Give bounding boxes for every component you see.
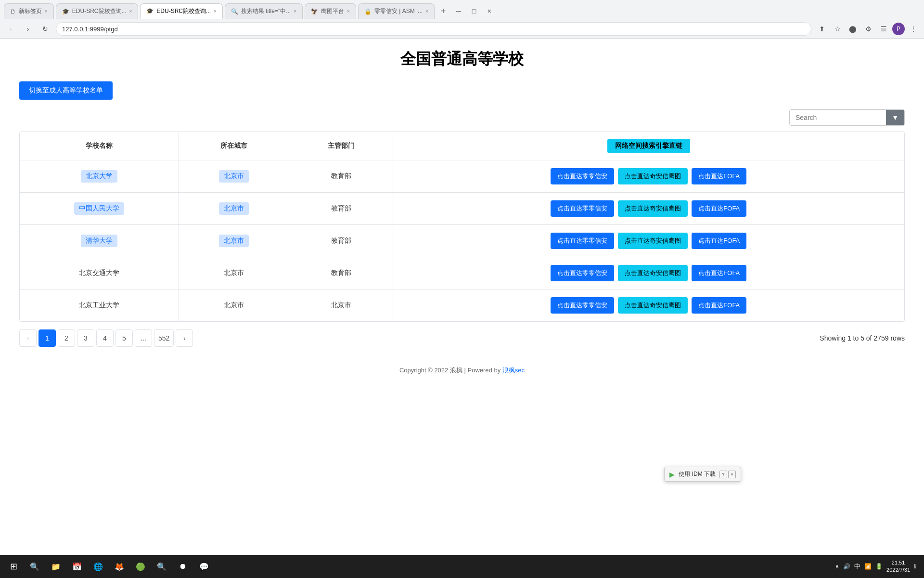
taskbar-search2-icon[interactable]: 🔍 [152, 557, 171, 576]
record-icon[interactable]: ⬤ [846, 22, 860, 36]
tab-label: 搜索结果 title="中... [241, 7, 291, 15]
tab-close-icon[interactable]: × [425, 9, 428, 14]
tray-info-icon[interactable]: ℹ [914, 563, 916, 570]
school-name-highlight: 清华大学 [81, 235, 117, 247]
page-3-button[interactable]: 3 [77, 329, 94, 347]
page-5-button[interactable]: 5 [116, 329, 133, 347]
idm-text: 使用 IDM 下载 [679, 470, 716, 478]
th-links: 网络空间搜索引擎直链 [393, 132, 904, 160]
btn-zero-zero[interactable]: 点击直达零零信安 [551, 200, 614, 217]
maximize-button[interactable]: □ [467, 4, 481, 18]
school-name-highlight: 中国人民大学 [74, 202, 124, 215]
btn-fofa[interactable]: 点击直达FOFA [692, 168, 746, 184]
btn-zero-zero[interactable]: 点击直达零零信安 [551, 168, 614, 184]
city-highlight: 北京市 [219, 235, 249, 247]
footer-text: Copyright © 2022 浪枫 | Powered by [399, 367, 502, 374]
btn-zero-zero[interactable]: 点击直达零零信安 [551, 233, 614, 249]
taskbar-record-icon[interactable]: ⏺ [173, 557, 192, 576]
share-icon[interactable]: ⬆ [815, 22, 829, 36]
taskbar-wechat-icon[interactable]: 💬 [194, 557, 214, 576]
btn-eagle[interactable]: 点击直达奇安信鹰图 [618, 168, 688, 184]
action-buttons: 点击直达零零信安点击直达奇安信鹰图点击直达FOFA [401, 265, 897, 281]
search-input[interactable] [790, 110, 886, 125]
tab-edu3[interactable]: 🎓 EDU-SRC院校查询... × [140, 3, 223, 19]
table-row: 北京交通大学北京市教育部点击直达零零信安点击直达奇安信鹰图点击直达FOFA [20, 257, 904, 289]
btn-zero-zero[interactable]: 点击直达零零信安 [551, 297, 614, 314]
tray-date: 2022/7/31 [886, 566, 910, 574]
cell-school-name: 北京交通大学 [20, 257, 179, 289]
btn-fofa[interactable]: 点击直达FOFA [692, 233, 746, 249]
tab-eagle[interactable]: 🦅 鹰图平台 × [305, 3, 356, 19]
profile-avatar[interactable]: P [892, 23, 905, 35]
btn-eagle[interactable]: 点击直达奇安信鹰图 [618, 200, 688, 217]
tray-speaker-icon[interactable]: 🔊 [843, 563, 850, 570]
dropdown-button[interactable]: ▼ [886, 110, 904, 125]
table-row: 北京工业大学北京市北京市点击直达零零信安点击直达奇安信鹰图点击直达FOFA [20, 289, 904, 322]
tray-wifi-icon[interactable]: 📶 [864, 563, 872, 570]
switch-button[interactable]: 切换至成人高等学校名单 [19, 81, 113, 100]
cell-school-name: 北京工业大学 [20, 289, 179, 322]
menu-icon[interactable]: ⋮ [907, 22, 920, 36]
tray-lang-button[interactable]: 中 [854, 562, 860, 571]
taskbar-edge-icon[interactable]: 🌐 [89, 557, 108, 576]
btn-fofa[interactable]: 点击直达FOFA [692, 200, 746, 217]
extensions-icon[interactable]: ⚙ [861, 22, 875, 36]
tab-close-icon[interactable]: × [129, 9, 132, 14]
tray-arrow-icon[interactable]: ∧ [835, 563, 839, 570]
btn-eagle[interactable]: 点击直达奇安信鹰图 [618, 265, 688, 281]
showing-text: Showing 1 to 5 of 2759 rows [820, 334, 905, 342]
btn-eagle[interactable]: 点击直达奇安信鹰图 [618, 297, 688, 314]
minimize-button[interactable]: ─ [452, 4, 465, 18]
action-buttons: 点击直达零零信安点击直达奇安信鹰图点击直达FOFA [401, 297, 897, 314]
idm-close-button[interactable]: × [728, 471, 736, 478]
back-button[interactable]: ‹ [4, 22, 17, 36]
action-buttons: 点击直达零零信安点击直达奇安信鹰图点击直达FOFA [401, 168, 897, 184]
url-bar[interactable]: 127.0.0.1:9999/ptgd [56, 22, 811, 36]
taskbar-firefox-icon[interactable]: 🦊 [110, 557, 129, 576]
start-button[interactable]: ⊞ [4, 557, 23, 576]
btn-fofa[interactable]: 点击直达FOFA [692, 297, 746, 314]
btn-fofa[interactable]: 点击直达FOFA [692, 265, 746, 281]
cell-actions: 点击直达零零信安点击直达奇安信鹰图点击直达FOFA [393, 193, 904, 225]
new-tab-button[interactable]: + [436, 4, 450, 18]
tab-new[interactable]: 🗋 新标签页 × [4, 3, 54, 19]
taskbar-files-icon[interactable]: 📁 [46, 557, 65, 576]
cell-city: 北京市 [179, 193, 289, 225]
page-2-button[interactable]: 2 [58, 329, 75, 347]
next-page-button[interactable]: › [176, 329, 193, 347]
tab-close-icon[interactable]: × [45, 9, 48, 14]
tab-edu2[interactable]: 🎓 EDU-SRC院校查询... × [56, 3, 139, 19]
tab-favicon: 🔒 [364, 8, 372, 15]
tray-clock[interactable]: 21:51 2022/7/31 [886, 559, 910, 574]
close-window-button[interactable]: × [483, 4, 496, 18]
tab-label: EDU-SRC院校查询... [72, 7, 127, 15]
tab-close-icon[interactable]: × [214, 9, 217, 14]
url-text: 127.0.0.1:9999/ptgd [62, 26, 118, 33]
taskbar-calendar-icon[interactable]: 📅 [67, 557, 87, 576]
cell-dept: 教育部 [289, 225, 393, 257]
tab-search[interactable]: 🔍 搜索结果 title="中... × [225, 3, 303, 19]
th-school-name: 学校名称 [20, 132, 179, 160]
tray-battery-icon[interactable]: 🔋 [875, 563, 883, 570]
page-4-button[interactable]: 4 [96, 329, 114, 347]
prev-page-button[interactable]: ‹ [19, 329, 37, 347]
idm-play-icon: ▶ [669, 471, 675, 478]
cell-actions: 点击直达零零信安点击直达奇安信鹰图点击直达FOFA [393, 225, 904, 257]
sidebar-icon[interactable]: ☰ [877, 22, 890, 36]
taskbar-search-icon[interactable]: 🔍 [25, 557, 44, 576]
page-552-button[interactable]: 552 [154, 329, 174, 347]
refresh-button[interactable]: ↻ [38, 22, 52, 36]
bookmark-icon[interactable]: ☆ [831, 22, 844, 36]
tab-close-icon[interactable]: × [347, 9, 350, 14]
forward-button[interactable]: › [21, 22, 35, 36]
city-highlight: 北京市 [219, 202, 249, 215]
tab-zero[interactable]: 🔒 零零信安 | ASM |... × [358, 3, 435, 19]
tab-close-icon[interactable]: × [294, 9, 296, 14]
btn-eagle[interactable]: 点击直达奇安信鹰图 [618, 233, 688, 249]
idm-help-button[interactable]: ? [719, 471, 727, 478]
page-1-button[interactable]: 1 [38, 329, 56, 347]
cell-city: 北京市 [179, 289, 289, 322]
taskbar-chrome-icon[interactable]: 🟢 [131, 557, 150, 576]
btn-zero-zero[interactable]: 点击直达零零信安 [551, 265, 614, 281]
footer-link[interactable]: 浪枫sec [502, 367, 525, 374]
